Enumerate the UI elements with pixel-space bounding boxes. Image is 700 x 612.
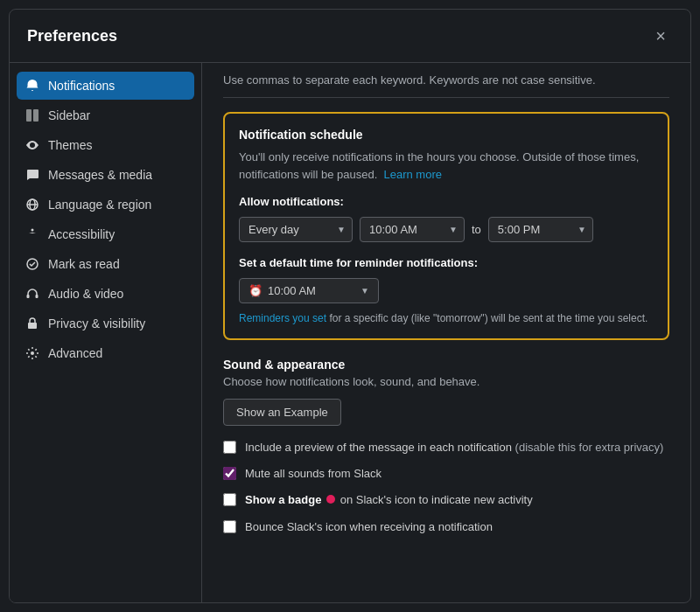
end-time-dropdown[interactable]: 4:00 PM 5:00 PM 6:00 PM 7:00 PM: [488, 217, 593, 242]
to-text: to: [472, 223, 481, 236]
sound-description: Choose how notifications look, sound, an…: [223, 375, 669, 388]
reminder-label: Set a default time for reminder notifica…: [239, 256, 654, 269]
globe-icon: [25, 198, 39, 212]
svg-rect-7: [27, 295, 30, 298]
reminder-hint: Reminders you set for a specific day (li…: [239, 312, 654, 324]
top-hint-text: Use commas to separate each keyword. Key…: [223, 63, 669, 98]
reminder-dropdown-arrow: ▼: [360, 286, 369, 296]
badge-prefix: Show a badge: [245, 493, 321, 506]
end-time-dropdown-wrapper: 4:00 PM 5:00 PM 6:00 PM 7:00 PM ▼: [488, 217, 593, 242]
checkbox-row-mute: Mute all sounds from Slack: [223, 466, 669, 482]
svg-rect-0: [26, 109, 32, 122]
show-example-button[interactable]: Show an Example: [223, 399, 341, 426]
preview-checkbox[interactable]: [223, 441, 236, 454]
reminder-dropdown-wrapper: ⏰ 10:00 AM ▼: [239, 278, 654, 303]
sidebar-item-sidebar[interactable]: Sidebar: [17, 101, 194, 129]
mute-sounds-checkbox[interactable]: [223, 467, 236, 480]
sidebar-item-messages-label: Messages & media: [48, 168, 152, 182]
sidebar-item-privacy-label: Privacy & visibility: [48, 316, 145, 330]
sidebar-item-advanced-label: Advanced: [48, 346, 102, 360]
allow-notifications-label: Allow notifications:: [239, 195, 654, 208]
badge-label: Show a badge on Slack's icon to indicate…: [245, 492, 533, 508]
svg-rect-8: [36, 295, 38, 298]
frequency-dropdown-wrapper: Every day Weekdays Weekends Custom ▼: [239, 217, 353, 242]
sound-appearance-section: Sound & appearance Choose how notificati…: [223, 358, 669, 535]
sidebar-item-notifications-label: Notifications: [48, 79, 115, 93]
sound-title: Sound & appearance: [223, 358, 669, 372]
sidebar-item-audio-video[interactable]: Audio & video: [17, 280, 194, 308]
sidebar-item-themes[interactable]: Themes: [17, 131, 194, 159]
bounce-checkbox[interactable]: [223, 520, 236, 533]
sidebar: Notifications Sidebar Themes: [10, 63, 202, 602]
start-time-dropdown-wrapper: 8:00 AM 9:00 AM 10:00 AM 11:00 AM ▼: [360, 217, 465, 242]
gear-icon: [25, 346, 39, 360]
check-circle-icon: [25, 257, 39, 271]
dropdowns-row: Every day Weekdays Weekends Custom ▼ 8:0…: [239, 217, 654, 242]
sidebar-item-themes-label: Themes: [48, 138, 93, 152]
reminder-time-dropdown[interactable]: ⏰ 10:00 AM ▼: [239, 278, 379, 303]
bell-icon: [25, 79, 39, 93]
schedule-description: You'll only receive notifications in the…: [239, 149, 654, 183]
notification-schedule-box: Notification schedule You'll only receiv…: [223, 112, 669, 340]
svg-point-10: [31, 351, 34, 355]
learn-more-link[interactable]: Learn more: [384, 168, 442, 181]
schedule-title: Notification schedule: [239, 128, 654, 142]
bounce-label: Bounce Slack's icon when receiving a not…: [245, 519, 493, 535]
checkbox-row-preview: Include a preview of the message in each…: [223, 440, 669, 456]
start-time-dropdown[interactable]: 8:00 AM 9:00 AM 10:00 AM 11:00 AM: [360, 217, 465, 242]
sidebar-item-language-label: Language & region: [48, 198, 151, 212]
dialog-header: Preferences ×: [10, 10, 690, 63]
svg-rect-1: [33, 109, 38, 122]
dialog-body: Notifications Sidebar Themes: [10, 63, 690, 602]
frequency-dropdown[interactable]: Every day Weekdays Weekends Custom: [239, 217, 353, 242]
reminder-hint-rest: for a specific day (like "tomorrow") wil…: [329, 312, 648, 324]
close-button[interactable]: ×: [648, 24, 673, 48]
preview-label: Include a preview of the message in each…: [245, 440, 663, 456]
sidebar-item-advanced[interactable]: Advanced: [17, 339, 194, 367]
sidebar-item-notifications[interactable]: Notifications: [17, 72, 194, 100]
checkbox-row-bounce: Bounce Slack's icon when receiving a not…: [223, 519, 669, 535]
layout-icon: [25, 108, 39, 122]
dialog-title: Preferences: [27, 27, 117, 45]
sidebar-item-sidebar-label: Sidebar: [48, 108, 90, 122]
accessibility-icon: [25, 227, 39, 241]
headphone-icon: [25, 287, 39, 301]
sidebar-item-mark-as-read-label: Mark as read: [48, 257, 120, 271]
clock-icon: ⏰: [248, 284, 262, 297]
badge-dot: [326, 495, 335, 504]
reminders-link[interactable]: Reminders you set: [239, 312, 326, 324]
main-content: Use commas to separate each keyword. Key…: [202, 63, 690, 602]
message-icon: [25, 168, 39, 182]
sidebar-item-messages[interactable]: Messages & media: [17, 161, 194, 189]
sidebar-item-language[interactable]: Language & region: [17, 191, 194, 219]
sidebar-item-privacy[interactable]: Privacy & visibility: [17, 309, 194, 337]
sidebar-item-accessibility[interactable]: Accessibility: [17, 220, 194, 248]
mute-sounds-label: Mute all sounds from Slack: [245, 466, 382, 482]
svg-rect-9: [28, 323, 37, 329]
sidebar-item-accessibility-label: Accessibility: [48, 227, 115, 241]
reminder-time-value: 10:00 AM: [268, 284, 316, 297]
preferences-dialog: Preferences × Notifications: [9, 9, 691, 603]
checkbox-row-badge: Show a badge on Slack's icon to indicate…: [223, 492, 669, 508]
sidebar-item-mark-as-read[interactable]: Mark as read: [17, 250, 194, 278]
lock-icon: [25, 316, 39, 330]
eye-icon: [25, 138, 39, 152]
svg-point-5: [32, 229, 34, 232]
sidebar-item-audio-video-label: Audio & video: [48, 287, 123, 301]
badge-checkbox[interactable]: [223, 493, 236, 506]
